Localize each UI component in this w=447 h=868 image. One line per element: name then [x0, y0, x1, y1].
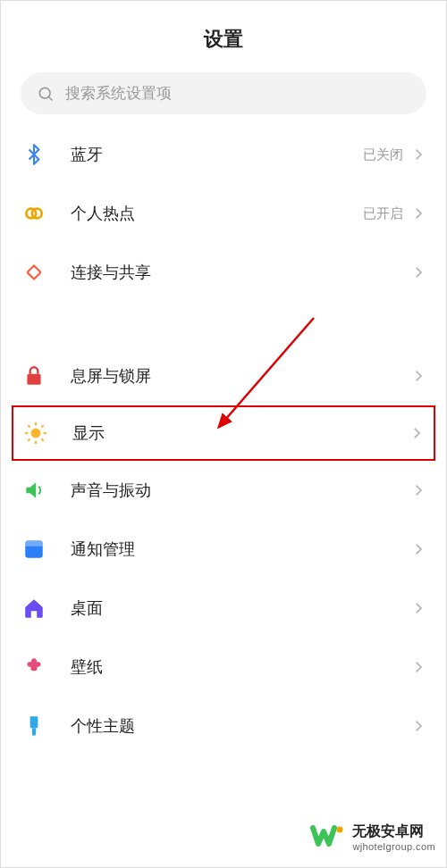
svg-point-0	[39, 88, 50, 98]
chevron-right-icon	[410, 659, 426, 675]
settings-row-wallpaper[interactable]: 壁纸	[1, 638, 446, 697]
chevron-right-icon	[410, 541, 426, 557]
svg-line-11	[42, 439, 44, 441]
share-icon	[21, 259, 47, 286]
row-label: 息屏与锁屏	[71, 365, 410, 387]
settings-row-home[interactable]: 桌面	[1, 579, 446, 638]
settings-group-2: 息屏与锁屏 显示 声音与振动 通知管理 桌面 壁纸 个性主题	[1, 346, 446, 755]
settings-row-display[interactable]: 显示	[12, 405, 435, 461]
bluetooth-icon	[21, 141, 47, 168]
chevron-right-icon	[410, 482, 426, 498]
watermark-title: 无极安卓网	[352, 822, 435, 841]
search-icon	[37, 85, 55, 103]
search-placeholder: 搜索系统设置项	[65, 83, 172, 104]
settings-row-sound[interactable]: 声音与振动	[1, 461, 446, 520]
settings-row-bluetooth[interactable]: 蓝牙 已关闭	[1, 125, 446, 184]
svg-rect-16	[30, 716, 38, 728]
svg-point-5	[31, 429, 41, 438]
row-label: 壁纸	[71, 656, 410, 678]
link-icon	[21, 200, 47, 227]
watermark-logo-icon	[309, 819, 345, 855]
group-divider	[1, 302, 446, 346]
watermark-url: wjhotelgroup.com	[352, 841, 435, 852]
chevron-right-icon	[410, 600, 426, 616]
row-status: 已关闭	[363, 146, 403, 163]
chevron-right-icon	[410, 368, 426, 384]
row-label: 连接与共享	[71, 262, 410, 283]
home-icon	[21, 595, 47, 622]
volume-icon	[21, 477, 47, 504]
lock-icon	[21, 363, 47, 389]
search-input[interactable]: 搜索系统设置项	[21, 72, 426, 114]
row-label: 通知管理	[71, 538, 410, 560]
page-title: 设置	[1, 1, 446, 72]
notify-icon	[21, 536, 47, 563]
svg-line-12	[28, 439, 30, 441]
svg-line-13	[42, 425, 44, 427]
svg-rect-4	[27, 374, 40, 385]
row-status: 已开启	[363, 205, 403, 222]
svg-point-18	[337, 827, 343, 833]
chevron-right-icon	[410, 205, 426, 221]
watermark: 无极安卓网 wjhotelgroup.com	[309, 819, 435, 855]
settings-row-lock[interactable]: 息屏与锁屏	[1, 346, 446, 405]
sun-icon	[22, 420, 49, 447]
flower-icon	[21, 654, 47, 680]
row-label: 个性主题	[71, 715, 410, 737]
chevron-right-icon	[410, 264, 426, 280]
settings-row-theme[interactable]: 个性主题	[1, 697, 446, 755]
settings-group-1: 蓝牙 已关闭 个人热点 已开启 连接与共享	[1, 125, 446, 302]
chevron-right-icon	[410, 718, 426, 734]
svg-line-1	[49, 96, 53, 100]
row-label: 声音与振动	[71, 480, 410, 501]
settings-row-notify[interactable]: 通知管理	[1, 520, 446, 579]
chevron-right-icon	[409, 425, 425, 441]
row-label: 蓝牙	[71, 144, 363, 165]
row-label: 桌面	[71, 597, 410, 619]
settings-row-hotspot[interactable]: 个人热点 已开启	[1, 184, 446, 243]
chevron-right-icon	[410, 146, 426, 163]
brush-icon	[21, 713, 47, 739]
svg-line-10	[28, 425, 30, 427]
svg-rect-15	[25, 540, 43, 547]
row-label: 个人热点	[71, 203, 363, 224]
settings-row-connect[interactable]: 连接与共享	[1, 243, 446, 302]
row-label: 显示	[72, 422, 409, 444]
